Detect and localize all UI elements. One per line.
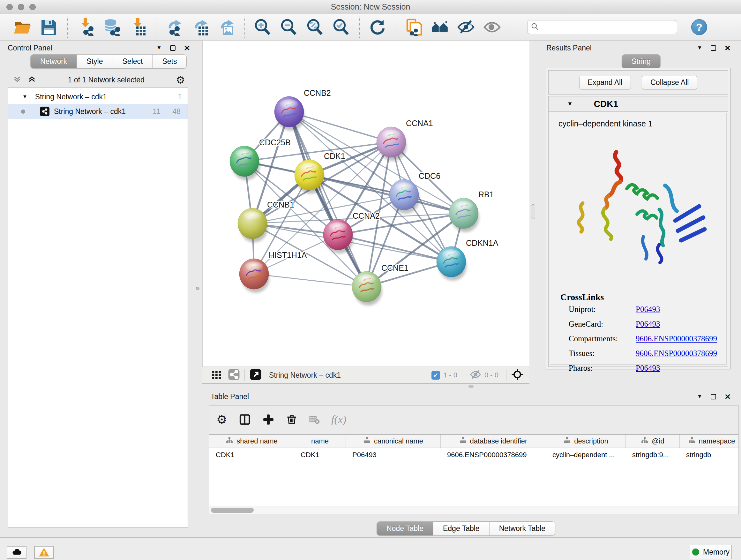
open-session-button[interactable]	[12, 17, 32, 37]
table-panel-collapse-icon[interactable]: ▼	[697, 393, 702, 400]
window-title: Session: New Session	[0, 2, 741, 11]
table-cell[interactable]: P06493	[346, 448, 441, 462]
network-options-gear-icon[interactable]: ⚙	[176, 75, 185, 85]
memory-button[interactable]: Memory	[690, 545, 732, 559]
results-panel-float-icon[interactable]	[711, 45, 716, 51]
column-header--id[interactable]: @id	[626, 435, 680, 448]
help-button[interactable]: ?	[691, 19, 707, 35]
network-edge[interactable]	[289, 112, 367, 287]
crosslink-link[interactable]: 9606.ENSP00000378699	[636, 349, 717, 358]
string-protein-query-button[interactable]	[429, 17, 450, 37]
zoom-fit-button[interactable]	[305, 17, 325, 37]
table-cell[interactable]: cyclin–dependent ...	[546, 448, 626, 462]
expand-all-button[interactable]: Expand All	[579, 76, 631, 89]
network-status-dot-icon	[21, 110, 25, 114]
network-canvas[interactable]: CCNB2CCNA1CDC25BCDK1CDC6RB1CCNB1CCNA2CDK…	[202, 41, 529, 367]
results-panel-close-icon[interactable]: ✕	[724, 45, 731, 51]
network-icon	[40, 107, 50, 116]
tab-network-table[interactable]: Network Table	[489, 522, 555, 536]
zoom-out-button[interactable]	[278, 17, 299, 37]
column-header-shared-name[interactable]: shared name	[209, 435, 294, 448]
crosslink-link[interactable]: P06493	[636, 364, 660, 373]
network-edge[interactable]	[289, 112, 391, 142]
table-cell[interactable]: CDK1	[294, 448, 346, 462]
clone-network-button[interactable]	[403, 17, 424, 37]
grid-view-icon[interactable]	[211, 369, 222, 381]
table-horizontal-scrollbar[interactable]	[209, 506, 738, 514]
protein-expander-icon[interactable]: ▼	[567, 101, 573, 107]
network-tree-row-selected[interactable]: String Network – cdk1 11 48	[8, 104, 188, 119]
hide-selected-button[interactable]	[456, 17, 476, 37]
import-network-from-database-button[interactable]	[101, 17, 121, 37]
tree-expander-icon[interactable]: ▼	[22, 94, 27, 100]
search-input[interactable]	[539, 23, 674, 31]
apply-layout-button[interactable]	[367, 17, 387, 37]
crosslink-link[interactable]: P06493	[636, 320, 660, 328]
network-edge[interactable]	[254, 274, 367, 287]
control-panel-close-icon[interactable]: ✕	[184, 45, 190, 51]
control-panel-collapse-icon[interactable]: ▼	[156, 45, 162, 51]
left-splitter-handle[interactable]	[196, 287, 199, 290]
tab-node-table[interactable]: Node Table	[377, 522, 433, 536]
import-database-icon	[102, 18, 120, 36]
right-splitter-handle[interactable]	[531, 204, 535, 219]
network-node-CDC6[interactable]: CDC6	[389, 172, 441, 213]
results-panel-collapse-icon[interactable]: ▼	[697, 45, 702, 51]
table-cell[interactable]: CDK1	[209, 448, 294, 462]
network-view-toolbar: String Network – cdk1 ✓ 1 - 0 0 - 0	[202, 367, 529, 384]
network-node-HIST1H1A[interactable]: HIST1H1A	[239, 251, 307, 293]
collapse-all-button[interactable]: Collapse All	[642, 76, 697, 89]
tab-select[interactable]: Select	[113, 55, 153, 68]
table-panel-float-icon[interactable]	[711, 394, 716, 399]
horizontal-splitter-handle[interactable]	[468, 385, 474, 388]
import-network-button[interactable]	[75, 17, 95, 37]
open-in-new-window-icon[interactable]	[249, 368, 262, 382]
network-node-CDKN1A[interactable]: CDKN1A	[436, 239, 498, 281]
scrollbar-thumb[interactable]	[211, 508, 254, 513]
table-row[interactable]: CDK1CDK1P064939606.ENSP00000378699cyclin…	[209, 448, 738, 462]
column-header-namespace[interactable]: namespace	[680, 435, 738, 448]
birdseye-crosshair-icon[interactable]	[511, 368, 524, 382]
network-node-RB1[interactable]: RB1	[449, 190, 494, 232]
network-edge[interactable]	[309, 175, 464, 213]
tab-style[interactable]: Style	[77, 55, 113, 68]
show-columns-icon[interactable]	[239, 414, 251, 426]
add-column-icon[interactable]	[262, 414, 274, 426]
zoom-in-button[interactable]	[252, 17, 273, 37]
table-cell[interactable]: stringdb:9...	[626, 448, 680, 462]
cloud-status-button[interactable]	[7, 546, 26, 559]
expand-all-networks-icon[interactable]	[27, 75, 37, 85]
import-table-button[interactable]	[127, 17, 147, 37]
table-options-gear-icon[interactable]: ⚙	[216, 415, 227, 425]
tab-sets[interactable]: Sets	[152, 55, 186, 68]
column-header-database-identifier[interactable]: database identifier	[441, 435, 546, 448]
crosslink-link[interactable]: P06493	[636, 305, 660, 314]
column-header-canonical-name[interactable]: canonical name	[346, 435, 441, 448]
network-tree-root-row[interactable]: ▼ String Network – cdk1 1	[8, 89, 188, 104]
zoom-selected-button[interactable]	[331, 17, 351, 37]
crosslink-link[interactable]: 9606.ENSP00000378699	[636, 334, 717, 343]
table-cell[interactable]: stringdb	[680, 448, 738, 462]
tab-network[interactable]: Network	[30, 55, 77, 68]
column-header-description[interactable]: description	[546, 435, 626, 448]
network-share-icon[interactable]	[228, 368, 240, 382]
network-selection-summary: 1 of 1 Network selected	[37, 76, 176, 84]
export-network-button[interactable]	[163, 17, 184, 37]
table-panel-close-icon[interactable]: ✕	[724, 394, 731, 399]
table-cell[interactable]: 9606.ENSP00000378699	[441, 448, 546, 462]
delete-column-trash-icon[interactable]	[286, 414, 297, 425]
selected-checkbox-icon[interactable]: ✓	[431, 371, 440, 380]
collapse-all-networks-icon[interactable]	[13, 75, 22, 85]
warning-status-button[interactable]	[34, 546, 54, 559]
protein-detail-header[interactable]: ▼ CDK1	[549, 97, 728, 112]
control-panel-float-icon[interactable]	[170, 45, 176, 51]
export-table-button[interactable]	[190, 17, 210, 37]
save-session-button[interactable]	[38, 17, 59, 37]
column-header-name[interactable]: name	[294, 435, 346, 448]
tab-string[interactable]: String	[622, 55, 660, 68]
network-node-CCNB1[interactable]: CCNB1	[238, 200, 294, 242]
network-node-CCNE1[interactable]: CCNE1	[352, 263, 408, 306]
tab-edge-table[interactable]: Edge Table	[433, 522, 489, 536]
export-image-button[interactable]	[216, 17, 236, 37]
show-all-button[interactable]	[482, 17, 502, 37]
